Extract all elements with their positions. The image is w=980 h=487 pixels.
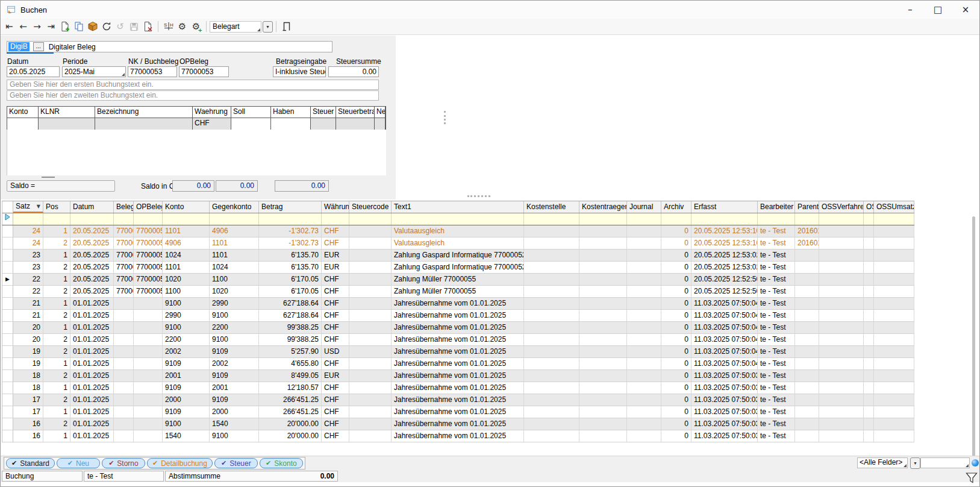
cell-ossverfahre[interactable] — [819, 286, 864, 297]
table-row[interactable]: 17201.01.202520009109266'451.25CHFJahres… — [2, 394, 914, 406]
cell-journal[interactable] — [627, 322, 661, 333]
neu-button[interactable]: ✔Neu — [57, 458, 100, 468]
cell-journal[interactable] — [627, 394, 661, 406]
cell-w-hrung[interactable]: EUR — [322, 262, 349, 273]
cell-archiv[interactable]: 0 — [661, 382, 691, 394]
cell-steuercode[interactable] — [349, 322, 392, 333]
filter-cell[interactable] — [13, 213, 43, 225]
cell-parentja[interactable]: 201601 — [795, 225, 819, 237]
cell-konto[interactable]: 2990 — [163, 310, 210, 321]
cell-gegenkonto[interactable]: 2200 — [210, 322, 259, 333]
cell-opbeleg[interactable] — [134, 310, 163, 321]
cell-steuercode[interactable] — [349, 262, 392, 273]
cell-journal[interactable] — [627, 298, 661, 309]
column-header-text1[interactable]: Text1 — [392, 201, 524, 213]
table-row[interactable]: 22220.05.20257700005577000055110010206'1… — [2, 286, 914, 298]
cell-w-hrung[interactable]: CHF — [322, 406, 349, 418]
cell-ossverfahre[interactable] — [819, 310, 864, 321]
cell-gegenkonto[interactable]: 1020 — [210, 286, 259, 297]
cell-pos[interactable]: 1 — [43, 358, 70, 369]
cell-opbeleg[interactable] — [134, 382, 163, 394]
cell-betrag[interactable]: 266'451.25 — [259, 406, 322, 418]
cell-steuercode[interactable] — [349, 418, 392, 430]
cell-beleg[interactable] — [114, 382, 134, 394]
cell-kostenstelle[interactable] — [524, 237, 579, 249]
cell-gegenkonto[interactable]: 1101 — [210, 250, 259, 261]
cell-bearbeiter[interactable]: te - Test — [758, 262, 795, 273]
cell-text1[interactable]: Zahlung Gaspard Informatique 77000052 — [392, 262, 524, 273]
column-header-archiv[interactable]: Archiv — [661, 201, 691, 213]
column-header-kostenstelle[interactable]: Kostenstelle — [524, 201, 579, 213]
cell-steuercode[interactable] — [349, 382, 392, 394]
cell-datum[interactable]: 01.01.2025 — [70, 418, 114, 430]
splitter-handle[interactable] — [42, 177, 55, 178]
cell-os[interactable] — [864, 382, 874, 394]
cell-journal[interactable] — [627, 274, 661, 285]
cell-journal[interactable] — [627, 370, 661, 382]
cell-parentja[interactable] — [795, 418, 819, 430]
globe-icon[interactable] — [972, 459, 979, 467]
cell-betrag[interactable]: 6'135.70 — [259, 262, 322, 273]
table-row[interactable]: 16101.01.20251540910020'000.00CHFJahresü… — [2, 430, 914, 442]
cell-ossverfahre[interactable] — [819, 394, 864, 406]
mini-grid-header-cell[interactable]: Haben — [271, 107, 311, 118]
cell-archiv[interactable]: 0 — [661, 334, 691, 345]
cell-beleg[interactable] — [114, 406, 134, 418]
cell-kostentraeger[interactable] — [579, 394, 627, 406]
cell-bearbeiter[interactable]: te - Test — [758, 358, 795, 369]
buchungstext1-input[interactable]: Geben Sie hier den ersten Buchungstext e… — [7, 80, 379, 90]
cell-archiv[interactable]: 0 — [661, 274, 691, 285]
column-header-ossverfahre[interactable]: OSSVerfahre — [819, 201, 864, 213]
cell-datum[interactable]: 20.05.2025 — [70, 274, 114, 285]
cell-gegenkonto[interactable]: 2990 — [210, 298, 259, 309]
cell-kostenstelle[interactable] — [524, 394, 579, 406]
column-header-os[interactable]: OS — [864, 201, 874, 213]
cell-steuercode[interactable] — [349, 346, 392, 357]
cell-w-hrung[interactable]: CHF — [322, 237, 349, 249]
cell-w-hrung[interactable]: CHF — [322, 430, 349, 442]
cell-datum[interactable]: 20.05.2025 — [70, 225, 114, 237]
cell-beleg[interactable]: 77000052 — [114, 237, 134, 249]
cell-journal[interactable] — [627, 237, 661, 249]
cell-ossverfahre[interactable] — [819, 346, 864, 357]
refresh-button[interactable] — [99, 20, 113, 34]
cell-bearbeiter[interactable]: te - Test — [758, 274, 795, 285]
cell-steuercode[interactable] — [349, 430, 392, 442]
column-header-parentja[interactable]: ParentJa — [795, 201, 819, 213]
betragseingabe-input[interactable]: I-inklusive Steuer — [273, 66, 326, 77]
cell-betrag[interactable]: 20'000.00 — [259, 430, 322, 442]
cell-erfasst[interactable]: 20.05.2025 12:52:50 — [691, 286, 758, 297]
new-record-button[interactable] — [58, 20, 72, 34]
cell-ossumsatza[interactable] — [874, 334, 914, 345]
cell-konto[interactable]: 9109 — [163, 382, 210, 394]
cell-gegenkonto[interactable]: 2001 — [210, 382, 259, 394]
cell-ossumsatza[interactable] — [874, 394, 914, 406]
table-row[interactable]: 16201.01.20259100154020'000.00CHFJahresü… — [2, 418, 914, 430]
cell-erfasst[interactable]: 11.03.2025 07:50:03 — [691, 430, 758, 442]
cell-archiv[interactable]: 0 — [661, 322, 691, 333]
cell-betrag[interactable]: 5'257.90 — [259, 346, 322, 357]
cell-gegenkonto[interactable]: 1101 — [210, 237, 259, 249]
cell-kostenstelle[interactable] — [524, 262, 579, 273]
cell-konto[interactable]: 2200 — [163, 334, 210, 345]
cell-ossumsatza[interactable] — [874, 298, 914, 309]
cell-datum[interactable]: 01.01.2025 — [70, 430, 114, 442]
column-header-bearbeiter[interactable]: Bearbeiter — [758, 201, 795, 213]
package-button[interactable] — [86, 20, 99, 34]
cell-datum[interactable]: 01.01.2025 — [70, 406, 114, 418]
cell-pos[interactable]: 2 — [43, 286, 70, 297]
cell-kostentraeger[interactable] — [579, 430, 627, 442]
cell-os[interactable] — [864, 237, 874, 249]
cell-parentja[interactable] — [795, 286, 819, 297]
cell-text1[interactable]: Jahresübernahme vom 01.01.2025 — [392, 406, 524, 418]
cell-ossverfahre[interactable] — [819, 298, 864, 309]
cell-erfasst[interactable]: 11.03.2025 07:50:03 — [691, 418, 758, 430]
table-row[interactable]: 20101.01.20259100220099'388.25CHFJahresü… — [2, 322, 914, 334]
cell-journal[interactable] — [627, 286, 661, 297]
cell-opbeleg[interactable] — [134, 394, 163, 406]
cell-w-hrung[interactable]: USD — [322, 346, 349, 357]
cell-w-hrung[interactable]: CHF — [322, 394, 349, 406]
cell-satz[interactable]: 17 — [13, 406, 43, 418]
row-selector-cell[interactable]: ▶ — [2, 274, 13, 285]
minimize-button[interactable]: – — [896, 1, 924, 19]
